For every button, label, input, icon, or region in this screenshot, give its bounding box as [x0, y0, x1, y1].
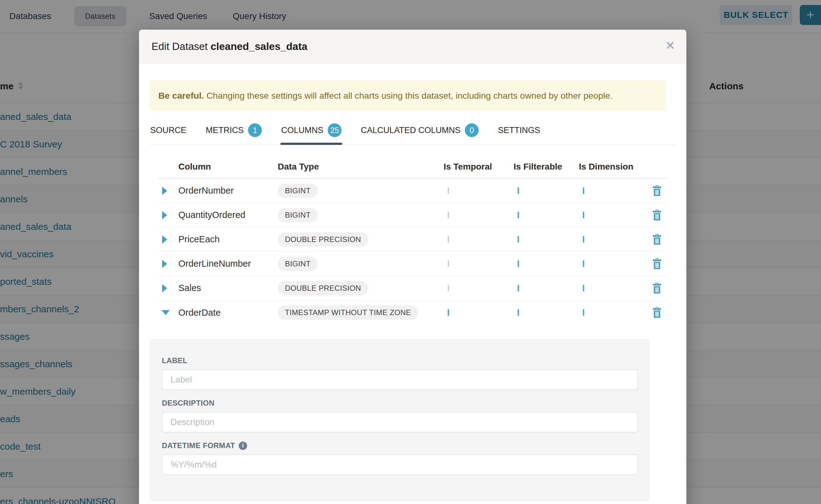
delete-column-button[interactable]	[651, 307, 663, 319]
delete-column-button[interactable]	[651, 282, 663, 294]
expand-caret-icon[interactable]	[161, 310, 170, 315]
trash-icon	[651, 209, 663, 221]
is-temporal-header: Is Temporal	[444, 162, 514, 172]
description-field-label: DESCRIPTION	[162, 399, 637, 408]
tab-label: COLUMNS	[281, 126, 323, 135]
column-name: QuantityOrdered	[178, 210, 278, 220]
data-type-header: Data Type	[278, 162, 444, 172]
columns-table-header: Column Data Type Is Temporal Is Filterab…	[158, 156, 667, 179]
trash-icon	[651, 282, 663, 294]
column-row: Sales DOUBLE PRECISION	[158, 276, 667, 300]
is-dimension-header: Is Dimension	[579, 162, 646, 172]
warning-banner: Be careful. Changing these settings will…	[150, 80, 666, 111]
trash-icon	[651, 234, 663, 245]
tab-settings[interactable]: SETTINGS	[497, 120, 541, 145]
datetime-format-field-group: DATETIME FORMAT i	[162, 441, 637, 475]
expand-caret-icon[interactable]	[162, 235, 167, 244]
delete-column-button[interactable]	[651, 258, 663, 270]
column-row: OrderNumber BIGINT	[158, 179, 667, 203]
column-name: Sales	[178, 283, 278, 293]
column-name: OrderDate	[178, 308, 278, 318]
datetime-format-field-label: DATETIME FORMAT i	[162, 441, 637, 450]
expand-caret-icon[interactable]	[162, 187, 167, 195]
is-dimension-checkbox[interactable]	[583, 236, 584, 243]
is-filterable-checkbox[interactable]	[518, 236, 519, 243]
column-name: OrderNumber	[178, 185, 278, 196]
data-type-pill: BIGINT	[278, 208, 318, 222]
warning-banner-text: Changing these settings will affect all …	[206, 91, 613, 101]
data-type-pill: BIGINT	[278, 184, 318, 198]
modal-header: Edit Dataset cleaned_sales_data ✕	[139, 30, 686, 63]
close-icon[interactable]: ✕	[665, 40, 675, 52]
modal-title: Edit Dataset cleaned_sales_data	[151, 41, 307, 52]
tab-label: SETTINGS	[498, 126, 540, 135]
calculated-columns-count-badge: 0	[465, 123, 479, 137]
info-icon[interactable]: i	[239, 442, 247, 450]
modal-title-dataset-name: cleaned_sales_data	[210, 41, 307, 52]
is-temporal-checkbox[interactable]	[448, 309, 449, 316]
modal-title-prefix: Edit Dataset	[151, 41, 208, 52]
tab-columns[interactable]: COLUMNS 25	[280, 120, 342, 145]
expand-caret-icon[interactable]	[162, 284, 167, 292]
trash-icon	[651, 185, 663, 197]
is-dimension-checkbox[interactable]	[583, 212, 584, 218]
warning-banner-bold: Be careful.	[158, 91, 204, 101]
data-type-pill: DOUBLE PRECISION	[278, 232, 368, 247]
label-input[interactable]	[162, 369, 638, 390]
column-detail-panel: LABEL DESCRIPTION DATETIME FORMAT i	[150, 339, 650, 501]
modal-tabs: SOURCE METRICS 1 COLUMNS 25 CALCULATED C…	[150, 120, 676, 145]
tab-label: CALCULATED COLUMNS	[361, 126, 461, 135]
label-field-group: LABEL	[162, 356, 637, 390]
tab-source[interactable]: SOURCE	[150, 120, 187, 145]
columns-count-badge: 25	[328, 123, 341, 137]
tab-metrics[interactable]: METRICS 1	[205, 120, 263, 145]
is-dimension-checkbox[interactable]	[583, 309, 584, 316]
is-filterable-checkbox[interactable]	[518, 212, 519, 218]
is-filterable-checkbox[interactable]	[518, 285, 519, 291]
datetime-format-input[interactable]	[162, 454, 638, 475]
trash-icon	[651, 258, 663, 270]
data-type-pill: BIGINT	[278, 257, 318, 271]
delete-column-button[interactable]	[651, 209, 663, 221]
is-dimension-checkbox[interactable]	[583, 285, 584, 291]
is-temporal-checkbox[interactable]	[448, 212, 449, 218]
expand-caret-icon[interactable]	[162, 211, 167, 219]
is-temporal-checkbox[interactable]	[448, 187, 449, 194]
tab-label: METRICS	[206, 126, 244, 135]
trash-icon	[651, 307, 663, 319]
is-temporal-checkbox[interactable]	[448, 260, 449, 267]
is-filterable-checkbox[interactable]	[518, 260, 519, 267]
data-type-pill: TIMESTAMP WITHOUT TIME ZONE	[278, 305, 418, 320]
tab-label: SOURCE	[150, 126, 186, 135]
is-temporal-checkbox[interactable]	[448, 236, 449, 243]
column-row: QuantityOrdered BIGINT	[158, 203, 667, 227]
column-name: OrderLineNumber	[178, 259, 278, 269]
description-field-group: DESCRIPTION	[162, 399, 637, 432]
column-row: PriceEach DOUBLE PRECISION	[158, 227, 667, 252]
is-filterable-header: Is Filterable	[514, 162, 579, 172]
column-row: OrderLineNumber BIGINT	[158, 252, 667, 276]
metrics-count-badge: 1	[248, 123, 262, 137]
modal-body: Be careful. Changing these settings will…	[139, 80, 686, 501]
delete-column-button[interactable]	[651, 185, 663, 197]
columns-rows: OrderNumber BIGINT QuantityOrdered BIGIN…	[158, 179, 667, 325]
is-filterable-checkbox[interactable]	[518, 309, 519, 316]
expand-caret-icon[interactable]	[162, 260, 167, 268]
data-type-pill: DOUBLE PRECISION	[278, 281, 368, 295]
is-temporal-checkbox[interactable]	[448, 285, 449, 291]
description-input[interactable]	[162, 412, 638, 432]
column-row: OrderDate TIMESTAMP WITHOUT TIME ZONE	[158, 300, 667, 325]
tab-calculated-columns[interactable]: CALCULATED COLUMNS 0	[360, 120, 479, 145]
edit-dataset-modal: Edit Dataset cleaned_sales_data ✕ Be car…	[139, 30, 686, 504]
label-field-label: LABEL	[162, 356, 637, 365]
column-name: PriceEach	[178, 234, 278, 245]
is-filterable-checkbox[interactable]	[518, 187, 519, 194]
is-dimension-checkbox[interactable]	[583, 187, 584, 194]
columns-table: Column Data Type Is Temporal Is Filterab…	[158, 156, 667, 325]
delete-column-button[interactable]	[651, 234, 663, 245]
column-header: Column	[178, 162, 278, 172]
is-dimension-checkbox[interactable]	[583, 260, 584, 267]
